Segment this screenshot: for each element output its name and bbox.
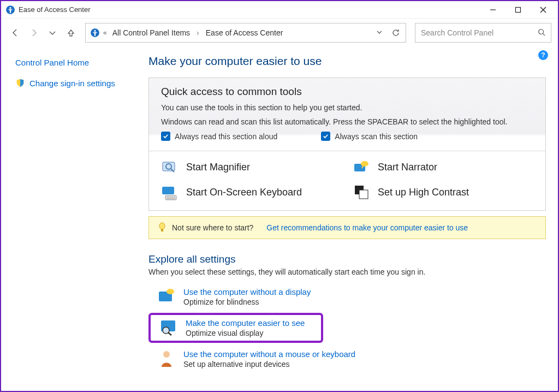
checkbox-scan-section[interactable]: Always scan this section: [321, 132, 418, 141]
quick-access-panel: Quick access to common tools You can use…: [148, 78, 546, 211]
tool-osk[interactable]: Start On-Screen Keyboard: [161, 184, 342, 200]
svg-rect-3: [516, 7, 521, 12]
address-bar[interactable]: « All Control Panel Items › Ease of Acce…: [85, 23, 406, 43]
checkbox-read-aloud[interactable]: Always read this section aloud: [161, 132, 277, 141]
titlebar: Ease of Access Center: [1, 1, 558, 19]
page-heading: Make your computer easier to use: [148, 55, 546, 68]
svg-point-21: [159, 223, 165, 229]
setting-item-easier-to-see[interactable]: Make the computer easier to see Optimize…: [148, 313, 323, 343]
lightbulb-icon: [158, 222, 166, 233]
recommendation-bar: Not sure where to start? Get recommendat…: [148, 216, 546, 239]
up-button[interactable]: [63, 25, 79, 40]
svg-rect-20: [359, 190, 368, 199]
breadcrumb-item-current[interactable]: Ease of Access Center: [204, 27, 286, 38]
app-icon: [5, 5, 15, 15]
quick-access-desc1: You can use the tools in this section to…: [161, 103, 533, 112]
minimize-button[interactable]: [480, 2, 506, 18]
svg-line-9: [543, 33, 545, 35]
setting-link[interactable]: Make the computer easier to see: [186, 318, 305, 328]
setting-item-no-mouse-keyboard[interactable]: Use the computer without a mouse or keyb…: [148, 346, 546, 372]
narrator-icon: [353, 159, 370, 175]
high-contrast-icon: [353, 184, 370, 200]
quick-access-desc2: Windows can read and scan this list auto…: [161, 117, 533, 126]
keyboard-icon: [161, 184, 179, 200]
svg-line-27: [168, 332, 171, 335]
sidebar-link-home[interactable]: Control Panel Home: [15, 58, 143, 67]
tip-link[interactable]: Get recommendations to make your compute…: [266, 223, 468, 232]
forward-button[interactable]: [26, 25, 41, 40]
recent-dropdown[interactable]: [45, 25, 60, 40]
main-content: ? Make your computer easier to use Quick…: [148, 47, 558, 391]
sidebar: Control Panel Home Change sign-in settin…: [1, 47, 148, 391]
breadcrumb-item-parent[interactable]: All Control Panel Items: [110, 27, 192, 38]
setting-desc: Optimize for blindness: [183, 298, 311, 306]
checkbox-read-aloud-label: Always read this section aloud: [175, 132, 277, 141]
breadcrumb-overflow[interactable]: «: [103, 29, 107, 37]
help-button[interactable]: ?: [538, 50, 548, 60]
tool-high-contrast[interactable]: Set up High Contrast: [353, 184, 533, 200]
tip-prompt: Not sure where to start?: [172, 223, 253, 232]
window-title: Ease of Access Center: [19, 5, 480, 14]
tool-magnifier-label: Start Magnifier: [186, 162, 250, 173]
svg-point-8: [539, 29, 544, 34]
explore-subheading: When you select these settings, they wil…: [148, 268, 546, 276]
quick-access-title: Quick access to common tools: [161, 86, 533, 98]
person-icon: [157, 349, 176, 367]
checkbox-scan-section-label: Always scan this section: [335, 132, 418, 141]
sidebar-link-signin[interactable]: Change sign-in settings: [29, 79, 115, 88]
setting-desc: Set up alternative input devices: [183, 360, 355, 369]
magnifier-icon: [161, 159, 179, 175]
setting-link[interactable]: Use the computer without a display: [183, 287, 311, 296]
svg-point-14: [361, 161, 368, 167]
shield-icon: [15, 78, 25, 88]
svg-rect-15: [162, 187, 174, 194]
svg-rect-22: [161, 229, 163, 231]
monitor-speech-icon: [157, 287, 176, 305]
search-input[interactable]: Search Control Panel: [415, 23, 551, 43]
svg-point-28: [163, 351, 170, 358]
maximize-button[interactable]: [506, 2, 531, 18]
tool-high-contrast-label: Set up High Contrast: [378, 187, 469, 198]
monitor-magnifier-icon: [159, 318, 178, 336]
setting-item-no-display[interactable]: Use the computer without a display Optim…: [148, 284, 546, 310]
tool-osk-label: Start On-Screen Keyboard: [186, 187, 302, 198]
address-dropdown[interactable]: [376, 28, 383, 37]
close-button[interactable]: [531, 2, 556, 18]
setting-desc: Optimize visual display: [186, 329, 305, 337]
search-icon: [538, 28, 545, 38]
tool-magnifier[interactable]: Start Magnifier: [161, 159, 342, 175]
toolbar: « All Control Panel Items › Ease of Acce…: [1, 19, 558, 47]
search-placeholder: Search Control Panel: [421, 28, 538, 37]
refresh-button[interactable]: [390, 27, 401, 38]
svg-rect-16: [165, 195, 176, 200]
svg-point-1: [9, 7, 11, 8]
explore-heading: Explore all settings: [148, 253, 546, 265]
svg-point-7: [94, 30, 96, 32]
back-button[interactable]: [8, 25, 23, 40]
svg-point-24: [166, 289, 174, 294]
tool-narrator[interactable]: Start Narrator: [353, 159, 533, 175]
breadcrumb-separator: ›: [197, 28, 199, 37]
location-icon: [90, 28, 100, 38]
setting-link[interactable]: Use the computer without a mouse or keyb…: [183, 349, 355, 359]
tool-narrator-label: Start Narrator: [378, 162, 437, 173]
